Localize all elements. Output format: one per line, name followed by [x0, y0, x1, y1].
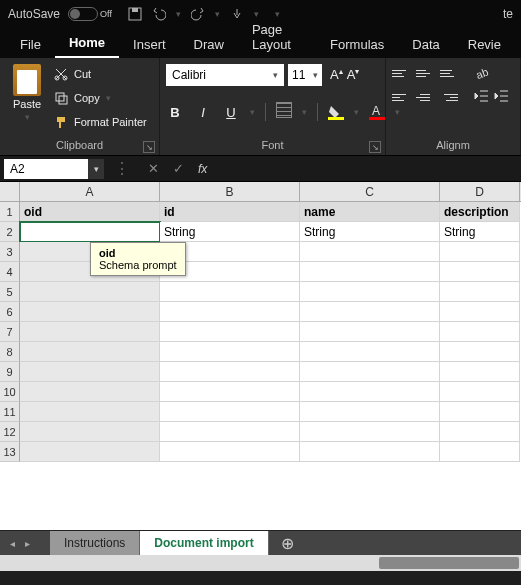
cell[interactable] [20, 402, 160, 422]
autosave-toggle[interactable] [68, 7, 98, 21]
align-bottom-icon[interactable] [440, 64, 458, 82]
tab-draw[interactable]: Draw [180, 31, 238, 58]
row-header[interactable]: 7 [0, 322, 20, 342]
row-header[interactable]: 5 [0, 282, 20, 302]
cell[interactable]: String [300, 222, 440, 242]
col-header-A[interactable]: A [20, 182, 160, 201]
cell[interactable] [300, 242, 440, 262]
cell[interactable]: String [440, 222, 520, 242]
cell[interactable] [160, 342, 300, 362]
cell[interactable] [160, 382, 300, 402]
cell[interactable] [160, 362, 300, 382]
increase-indent-icon[interactable] [494, 88, 510, 104]
add-sheet-button[interactable]: ⊕ [275, 530, 301, 556]
cell[interactable] [300, 262, 440, 282]
font-name-select[interactable]: Calibri ▾ [166, 64, 284, 86]
row-header[interactable]: 1 [0, 202, 20, 222]
align-center-icon[interactable] [416, 88, 434, 106]
col-header-C[interactable]: C [300, 182, 440, 201]
worksheet-grid[interactable]: A B C D 1oididnamedescription2StringStri… [0, 182, 521, 530]
enter-formula-icon[interactable]: ✓ [173, 161, 184, 176]
tab-file[interactable]: File [6, 31, 55, 58]
cell[interactable] [300, 342, 440, 362]
font-color-button[interactable]: A [369, 104, 385, 120]
cell[interactable]: String [160, 222, 300, 242]
italic-button[interactable]: I [194, 103, 212, 121]
paste-dropdown-icon[interactable]: ▾ [25, 112, 30, 122]
fx-label[interactable]: fx [198, 162, 207, 176]
tab-review[interactable]: Revie [454, 31, 515, 58]
cell[interactable] [440, 302, 520, 322]
name-box[interactable]: A2 [4, 159, 88, 179]
sheet-tab-document-import[interactable]: Document import [140, 531, 268, 556]
cell[interactable] [20, 322, 160, 342]
cell[interactable] [160, 442, 300, 462]
undo-dropdown-icon[interactable]: ▾ [176, 9, 181, 19]
row-header[interactable]: 8 [0, 342, 20, 362]
cell[interactable] [440, 322, 520, 342]
underline-button[interactable]: U [222, 103, 240, 121]
tab-page-layout[interactable]: Page Layout [238, 16, 316, 58]
cell[interactable] [300, 382, 440, 402]
row-header[interactable]: 10 [0, 382, 20, 402]
row-header[interactable]: 3 [0, 242, 20, 262]
row-header[interactable]: 2 [0, 222, 20, 242]
row-header[interactable]: 6 [0, 302, 20, 322]
borders-button[interactable] [276, 102, 292, 122]
horizontal-scrollbar[interactable] [0, 555, 521, 571]
cell[interactable] [20, 282, 160, 302]
cell[interactable] [300, 422, 440, 442]
undo-icon[interactable] [152, 7, 166, 21]
tab-home[interactable]: Home [55, 29, 119, 58]
row-header[interactable]: 9 [0, 362, 20, 382]
copy-button[interactable]: Copy ▾ [54, 88, 147, 108]
cell[interactable] [440, 422, 520, 442]
cell[interactable] [440, 442, 520, 462]
cell[interactable] [300, 402, 440, 422]
cell[interactable]: name [300, 202, 440, 222]
cell[interactable] [160, 422, 300, 442]
cell[interactable] [300, 282, 440, 302]
cell[interactable] [300, 442, 440, 462]
redo-icon[interactable] [191, 7, 205, 21]
cell[interactable] [440, 242, 520, 262]
increase-font-icon[interactable]: A▴ [330, 67, 343, 82]
align-top-icon[interactable] [392, 64, 410, 82]
tab-formulas[interactable]: Formulas [316, 31, 398, 58]
cell[interactable] [160, 302, 300, 322]
cell[interactable] [20, 222, 160, 242]
fill-color-dropdown-icon[interactable]: ▾ [354, 107, 359, 117]
align-right-icon[interactable] [440, 88, 458, 106]
cell[interactable] [440, 362, 520, 382]
cancel-formula-icon[interactable]: ✕ [148, 161, 159, 176]
cell[interactable] [20, 362, 160, 382]
redo-dropdown-icon[interactable]: ▾ [215, 9, 220, 19]
decrease-indent-icon[interactable] [474, 88, 490, 104]
format-painter-button[interactable]: Format Painter [54, 112, 147, 132]
clipboard-dialog-launcher[interactable]: ↘ [143, 141, 155, 153]
tab-data[interactable]: Data [398, 31, 453, 58]
row-header[interactable]: 13 [0, 442, 20, 462]
row-header[interactable]: 12 [0, 422, 20, 442]
cell[interactable] [160, 402, 300, 422]
copy-dropdown-icon[interactable]: ▾ [106, 93, 111, 103]
cell[interactable] [160, 322, 300, 342]
row-header[interactable]: 4 [0, 262, 20, 282]
align-left-icon[interactable] [392, 88, 410, 106]
cell[interactable] [300, 322, 440, 342]
cell[interactable] [300, 362, 440, 382]
cell[interactable] [160, 282, 300, 302]
cut-button[interactable]: Cut [54, 64, 147, 84]
save-icon[interactable] [128, 7, 142, 21]
underline-dropdown-icon[interactable]: ▾ [250, 107, 255, 117]
scrollbar-thumb[interactable] [379, 557, 519, 569]
row-header[interactable]: 11 [0, 402, 20, 422]
font-dialog-launcher[interactable]: ↘ [369, 141, 381, 153]
sheet-tab-instructions[interactable]: Instructions [50, 531, 140, 556]
select-all-corner[interactable] [0, 182, 20, 201]
cell[interactable] [20, 342, 160, 362]
decrease-font-icon[interactable]: A▾ [347, 67, 360, 82]
bold-button[interactable]: B [166, 103, 184, 121]
cell[interactable] [440, 282, 520, 302]
cell[interactable] [300, 302, 440, 322]
